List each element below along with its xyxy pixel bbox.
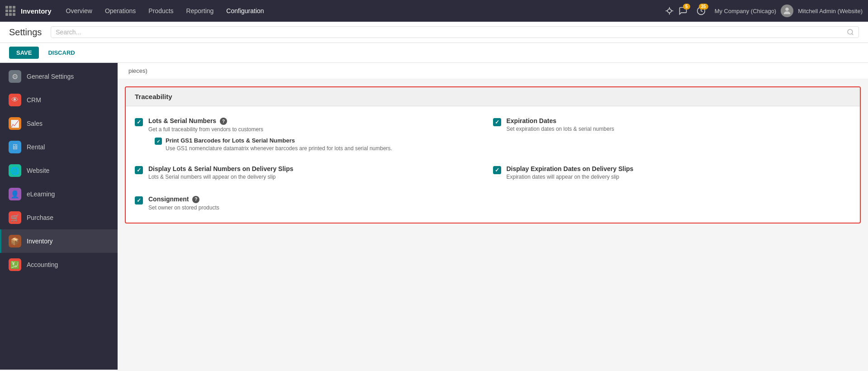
purchase-icon: 🛒 [9, 211, 21, 224]
sidebar-item-inventory[interactable]: 📦 Inventory [0, 229, 118, 253]
display-lots-desc: Lots & Serial numbers will appear on the… [148, 173, 294, 181]
print-gs1-setting: Print GS1 Barcodes for Lots & Serial Num… [155, 137, 493, 152]
print-gs1-checkbox[interactable] [155, 138, 162, 145]
sidebar-label-purchase: Purchase [27, 214, 53, 221]
display-expiration-title: Display Expiration Dates on Delivery Sli… [507, 165, 634, 172]
consignment-help-icon[interactable]: ? [192, 196, 199, 203]
svg-point-6 [786, 8, 789, 11]
lots-serial-title: Lots & Serial Numbers ? [148, 117, 263, 125]
website-icon: 🌐 [9, 164, 21, 177]
top-navigation: Inventory Overview Operations Products R… [0, 0, 868, 22]
sidebar-item-purchase[interactable]: 🛒 Purchase [0, 206, 118, 229]
svg-point-0 [667, 9, 671, 13]
general-settings-icon: ⚙ [9, 70, 21, 83]
search-input[interactable] [56, 29, 847, 36]
display-lots-title: Display Lots & Serial Numbers on Deliver… [148, 165, 294, 172]
nav-operations[interactable]: Operations [100, 5, 141, 17]
display-lots-setting: Display Lots & Serial Numbers on Deliver… [135, 162, 493, 185]
discard-button[interactable]: DISCARD [43, 47, 80, 59]
svg-line-8 [852, 33, 853, 35]
sidebar-item-accounting[interactable]: 💹 Accounting [0, 253, 118, 276]
search-bar[interactable] [51, 26, 859, 38]
consignment-title: Consignment ? [148, 195, 219, 203]
sidebar-label-website: Website [27, 167, 49, 174]
clock-badge: 35 [699, 4, 708, 10]
sidebar-label-general-settings: General Settings [27, 73, 74, 80]
sidebar-label-accounting: Accounting [27, 261, 58, 268]
expiration-dates-desc: Set expiration dates on lots & serial nu… [507, 125, 614, 133]
svg-point-7 [848, 29, 853, 34]
sidebar: ⚙ General Settings 👁 CRM 📈 Sales 🖥 Renta… [0, 63, 118, 370]
consignment-text: Consignment ? Set owner on stored produc… [148, 195, 219, 212]
sidebar-label-crm: CRM [27, 96, 41, 104]
expiration-dates-text: Expiration Dates Set expiration dates on… [507, 117, 614, 133]
sidebar-label-sales: Sales [27, 120, 43, 127]
sidebar-item-elearning[interactable]: 👤 eLearning [0, 182, 118, 206]
consignment-setting: Consignment ? Set owner on stored produc… [135, 192, 851, 215]
sidebar-label-rental: Rental [27, 143, 45, 151]
print-gs1-text: Print GS1 Barcodes for Lots & Serial Num… [166, 137, 392, 152]
nav-overview[interactable]: Overview [61, 5, 98, 17]
save-button[interactable]: SAVE [9, 47, 39, 59]
accounting-icon: 💹 [9, 258, 21, 271]
sidebar-label-elearning: eLearning [27, 190, 55, 198]
lots-serial-setting: Lots & Serial Numbers ? Get a full trace… [135, 114, 493, 160]
chat-badge: 5 [683, 4, 690, 10]
pieces-row: pieces) [118, 63, 868, 79]
app-grid-icon[interactable] [5, 6, 15, 16]
display-lots-text: Display Lots & Serial Numbers on Deliver… [148, 165, 294, 181]
expiration-dates-title: Expiration Dates [507, 117, 614, 124]
sidebar-item-rental[interactable]: 🖥 Rental [0, 135, 118, 159]
print-gs1-desc: Use GS1 nomenclature datamatrix whenever… [166, 145, 392, 152]
consignment-desc: Set owner on stored products [148, 204, 219, 212]
consignment-checkbox[interactable] [135, 196, 143, 205]
rental-icon: 🖥 [9, 141, 21, 153]
traceability-section: Traceability Lots & Serial Numbers ? [125, 86, 861, 224]
brand-name[interactable]: Inventory [21, 7, 52, 15]
sidebar-item-website[interactable]: 🌐 Website [0, 159, 118, 182]
lots-serial-checkbox[interactable] [135, 118, 143, 126]
action-buttons-row: SAVE DISCARD [0, 43, 868, 63]
lots-serial-help-icon[interactable]: ? [220, 118, 227, 125]
lots-serial-text: Lots & Serial Numbers ? Get a full trace… [148, 117, 263, 133]
display-lots-checkbox[interactable] [135, 166, 143, 174]
page-title: Settings [9, 27, 42, 38]
sidebar-item-crm[interactable]: 👁 CRM [0, 88, 118, 112]
nav-reporting[interactable]: Reporting [181, 5, 219, 17]
display-expiration-checkbox[interactable] [493, 166, 501, 174]
chat-button[interactable]: 5 [678, 6, 688, 15]
traceability-title: Traceability [135, 93, 172, 100]
traceability-header: Traceability [126, 87, 860, 106]
sales-icon: 📈 [9, 117, 21, 130]
nav-products[interactable]: Products [143, 5, 179, 17]
traceability-body: Lots & Serial Numbers ? Get a full trace… [126, 106, 860, 223]
elearning-icon: 👤 [9, 188, 21, 200]
sidebar-label-inventory: Inventory [27, 238, 53, 245]
display-expiration-desc: Expiration dates will appear on the deli… [507, 173, 634, 181]
nav-right-actions: 5 35 My Company (Chicago) Mitchell Admin… [665, 5, 863, 17]
expiration-dates-setting: Expiration Dates Set expiration dates on… [493, 114, 851, 160]
user-avatar[interactable] [781, 5, 793, 17]
nav-configuration[interactable]: Configuration [221, 5, 269, 17]
page-header: Settings [0, 22, 868, 43]
lots-serial-desc: Get a full traceability from vendors to … [148, 126, 263, 133]
sidebar-item-sales[interactable]: 📈 Sales [0, 112, 118, 135]
print-gs1-title: Print GS1 Barcodes for Lots & Serial Num… [166, 137, 392, 144]
main-layout: ⚙ General Settings 👁 CRM 📈 Sales 🖥 Renta… [0, 63, 868, 370]
crm-icon: 👁 [9, 94, 21, 106]
lots-serial-row: Lots & Serial Numbers ? Get a full trace… [135, 114, 493, 137]
clock-button[interactable]: 35 [697, 6, 706, 15]
expiration-dates-checkbox[interactable] [493, 118, 501, 126]
inventory-icon: 📦 [9, 235, 21, 247]
user-name[interactable]: Mitchell Admin (Website) [798, 8, 863, 14]
pieces-text: pieces) [128, 67, 147, 74]
display-expiration-text: Display Expiration Dates on Delivery Sli… [507, 165, 634, 181]
bug-button[interactable] [665, 6, 674, 15]
display-expiration-setting: Display Expiration Dates on Delivery Sli… [493, 162, 851, 185]
search-icon [847, 29, 854, 36]
company-name[interactable]: My Company (Chicago) [715, 8, 777, 14]
content-area: pieces) Traceability Lots & Serial Numbe… [118, 63, 868, 370]
sidebar-item-general-settings[interactable]: ⚙ General Settings [0, 65, 118, 88]
